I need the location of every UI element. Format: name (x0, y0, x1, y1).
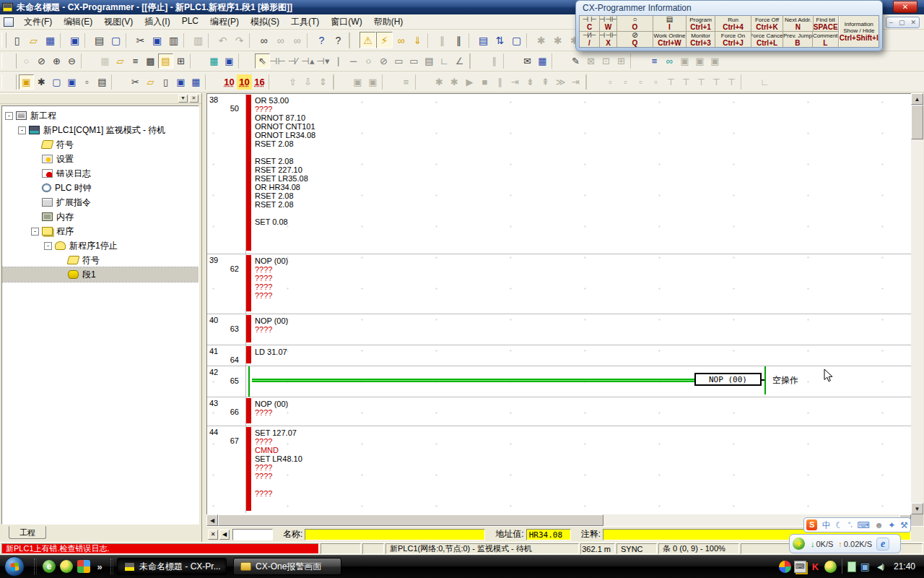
toolbar-icon[interactable] (382, 74, 397, 90)
toolbar-icon[interactable]: ▤ (95, 74, 110, 90)
scroll-left-button[interactable]: ◀ (206, 514, 218, 526)
menu-item[interactable]: 编程(P) (204, 14, 245, 30)
toolbar-icon[interactable]: ⊕ (49, 53, 64, 69)
toolbar-icon[interactable] (249, 33, 254, 48)
menu-item[interactable]: 插入(I) (139, 14, 175, 30)
toolbar-icon[interactable]: ⊠ (583, 53, 598, 69)
tree-item[interactable]: 错误日志 (2, 166, 199, 181)
toolbar-icon[interactable]: ⊡ (598, 53, 614, 69)
toolbar-icon[interactable] (307, 33, 312, 48)
toolbar-icon[interactable]: ∟ (757, 74, 772, 90)
tree-item[interactable]: - 新程序1停止 (2, 238, 199, 253)
tree-expander[interactable]: - (44, 242, 52, 250)
toolbar-icon[interactable]: ⇅ (492, 32, 508, 48)
ime-icon[interactable]: S (806, 519, 817, 530)
ladder-rung-39[interactable]: 39 62 NOP (00)???????????????? (207, 254, 911, 314)
toolbar-icon[interactable]: ∥ (434, 32, 450, 48)
tab-project[interactable]: 工程 (9, 526, 46, 539)
ime-icon[interactable]: ☻ (874, 521, 884, 530)
menu-item[interactable]: 编辑(E) (58, 14, 98, 30)
mdi-minimize-button[interactable]: – (889, 19, 893, 26)
toolbar-icon[interactable]: ∞ (393, 32, 409, 48)
toolbar-icon[interactable]: ∥ (487, 53, 502, 69)
mdi-close-button[interactable]: ✕ (910, 19, 916, 26)
browser-icon[interactable]: e (876, 538, 889, 551)
toolbar-icon[interactable]: ▣ (149, 32, 165, 48)
toolbar-icon[interactable]: ▤ (158, 53, 173, 69)
toolbar-icon[interactable]: ▥ (165, 32, 182, 48)
ime-icon[interactable]: 中 (822, 521, 831, 530)
toolbar-icon[interactable]: ▫ (633, 74, 648, 90)
toolbar-icon[interactable]: ∞ (272, 32, 289, 48)
toolbar-icon[interactable]: ∠ (452, 53, 467, 69)
toolbar-icon[interactable] (552, 53, 567, 69)
toolbar-icon[interactable] (630, 53, 645, 69)
toolbar-icon[interactable]: ? (313, 32, 330, 48)
toolbar-icon[interactable]: 10 (222, 74, 237, 90)
tree-item[interactable]: - 程序 (2, 224, 199, 238)
toolbar-icon[interactable]: ▢ (108, 32, 124, 48)
toolbar-icon[interactable]: ⊣▴ (300, 53, 315, 69)
tree-item[interactable]: 设置 (2, 152, 199, 166)
toolbar-icon[interactable]: ✱ (533, 32, 549, 48)
tree-item[interactable]: PLC 时钟 (2, 181, 199, 195)
toolbar-icon[interactable]: ≡ (398, 74, 414, 90)
toolbar-icon[interactable]: ▣ (173, 74, 188, 90)
toolbar-icon[interactable]: ≡ (128, 53, 143, 69)
tree-expander[interactable]: - (31, 228, 39, 236)
toolbar-icon[interactable]: ▦ (188, 74, 204, 90)
toolbar-icon[interactable]: ─ (346, 53, 361, 69)
toolbar-icon[interactable] (208, 33, 213, 48)
toolbar-icon[interactable]: ⊤ (679, 74, 694, 90)
ladder-rung-44[interactable]: 44 67 SET 127.07????CMNDSET LR48.10?????… (207, 426, 911, 513)
toolbar-icon[interactable]: ∣ (331, 53, 346, 69)
toolbar-icon[interactable]: ⊘ (34, 53, 49, 69)
toolbar-icon[interactable]: ▣ (66, 32, 83, 48)
toolbar-icon[interactable]: ▯ (158, 74, 173, 90)
nop-instruction-box[interactable]: NOP (00) (694, 373, 762, 386)
ime-icon[interactable]: °, (848, 522, 853, 528)
start-button[interactable] (4, 556, 25, 577)
toolbar-icon[interactable] (1, 33, 6, 48)
toolbar-icon[interactable]: ▦ (42, 32, 58, 48)
cx-information-popup[interactable]: CX-Programmer Information ⊣ ⊢ C ⊣⊣⊢ W (575, 0, 883, 51)
quicklaunch-grip[interactable] (34, 558, 37, 574)
toolbar-icon[interactable] (111, 74, 126, 90)
tray-icon[interactable]: K (809, 561, 821, 573)
toolbar-icon[interactable]: ⊤ (724, 74, 739, 90)
ime-icon[interactable]: ✦ (888, 521, 895, 530)
toolbar-icon[interactable]: ▣ (64, 74, 79, 90)
toolbar-icon[interactable]: ⊣⊢ (270, 53, 285, 69)
menu-item[interactable]: 模拟(S) (245, 14, 285, 30)
toolbar-icon[interactable]: ▢ (49, 74, 64, 90)
tree-item[interactable]: 符号 (2, 253, 199, 267)
tray-icon[interactable]: ▣ (859, 561, 871, 573)
tree-item[interactable]: 内存 (2, 210, 199, 224)
toolbar-icon[interactable]: ▥ (190, 32, 206, 48)
quicklaunch-icon[interactable] (77, 560, 90, 573)
toolbar-icon[interactable] (741, 74, 756, 90)
toolbar-icon[interactable]: ▫ (618, 74, 633, 90)
toolbar-icon[interactable] (427, 33, 432, 48)
menu-item[interactable]: 窗口(W) (325, 14, 367, 30)
toolbar-icon[interactable]: ✉ (520, 53, 535, 69)
ladder-rung-43[interactable]: 43 66 NOP (00)???? (207, 397, 911, 426)
toolbar-icon[interactable]: ▣ (350, 74, 365, 90)
vertical-scrollbar[interactable]: ▲ ▼ (911, 93, 923, 514)
toolbar-icon[interactable]: ⊞ (614, 53, 629, 69)
tree-item[interactable]: - 新PLC1[CQM1] 监视模式 - 待机 (2, 123, 199, 137)
toolbar-icon[interactable] (333, 74, 348, 90)
toolbar-icon[interactable]: ○ (19, 53, 34, 69)
mdi-restore-button[interactable]: ▢ (899, 19, 905, 26)
toolbar-icon[interactable]: ▣ (19, 74, 34, 90)
toolbar-icon[interactable] (415, 74, 430, 90)
toolbar-icon[interactable]: ⚠ (359, 32, 376, 48)
toolbar-icon[interactable] (469, 53, 484, 69)
tree-expander[interactable]: - (18, 126, 26, 134)
toolbar-icon[interactable] (269, 74, 284, 90)
menu-item[interactable]: PLC (176, 14, 204, 30)
tray-icon[interactable] (779, 561, 791, 573)
toolbar-icon[interactable]: ▭ (406, 53, 422, 69)
tree-item[interactable]: 段1 (2, 267, 199, 282)
panel-header[interactable]: ▼ ✕ (0, 93, 201, 104)
